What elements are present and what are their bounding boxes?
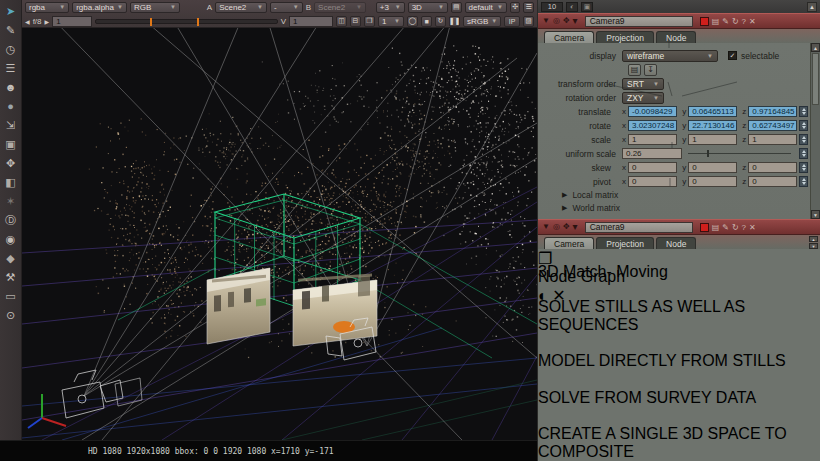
chevron-down-icon: ▼ — [293, 4, 299, 10]
frame-prev-icon[interactable]: ◀ — [25, 18, 30, 25]
proxy-dropdown[interactable]: 1▼ — [378, 16, 404, 27]
stereo-view-dropdown[interactable]: +3▼ — [376, 2, 405, 13]
node-label: SOLVE FROM SURVEY DATA — [538, 389, 820, 407]
folder-icon[interactable]: ▭ — [2, 287, 20, 306]
graph-node[interactable] — [538, 334, 565, 352]
tab-camera[interactable]: Camera — [544, 237, 594, 249]
float-panel-icon[interactable]: ✥ — [563, 223, 570, 231]
panel2-scroll-arrows[interactable]: ▲▼ — [809, 236, 818, 249]
chevron-down-icon: ▼ — [491, 18, 497, 24]
graph-node[interactable] — [538, 407, 566, 425]
minimize-panel-icon[interactable]: ▼ — [542, 223, 550, 231]
float-window-icon[interactable]: ❐ — [364, 16, 375, 27]
transform-icon[interactable]: ⇲ — [2, 116, 20, 135]
paint-icon[interactable]: ◆ — [2, 249, 20, 268]
triangle-right-icon: ▶ — [562, 204, 567, 212]
chevron-down-icon: ▼ — [438, 4, 444, 10]
chevron-down-icon: ▼ — [394, 18, 400, 24]
graph-node[interactable] — [538, 370, 565, 389]
sphere-icon[interactable]: ● — [2, 97, 20, 116]
input-a-label: A — [207, 3, 212, 12]
revert-icon[interactable]: ↻ — [732, 223, 739, 232]
axis-gizmo — [28, 394, 66, 428]
chevron-down-icon: ▼ — [356, 4, 362, 10]
node-name-input[interactable]: Camera9 — [585, 222, 693, 233]
move-icon[interactable]: ✥ — [2, 154, 20, 173]
time-icon[interactable]: ◷ — [2, 40, 20, 59]
chevron-down-icon: ▼ — [117, 4, 123, 10]
input-b-dropdown[interactable]: Scene2▼ — [314, 2, 366, 13]
tab-node[interactable]: Node — [656, 237, 696, 249]
blend-dropdown[interactable]: -▼ — [270, 2, 303, 13]
status-bar: HD 1080 1920x1080 bbox: 0 0 1920 1080 x=… — [0, 440, 537, 461]
alpha-layer-dropdown[interactable]: rgba.alpha▼ — [72, 2, 127, 13]
curve-editor-icon[interactable]: ▤ — [712, 223, 720, 232]
frame-input[interactable]: 1 — [52, 16, 92, 27]
camera-wireframe-left[interactable] — [62, 370, 142, 418]
node-graph-canvas[interactable]: 3D Match- MovingSOLVE STILLS AS WELL AS … — [538, 263, 820, 461]
version-label: V — [281, 17, 286, 26]
pause-icon[interactable]: ❚❚ — [449, 16, 460, 27]
deep-icon[interactable]: Ⓓ — [2, 211, 20, 230]
3d-viewport[interactable] — [22, 28, 537, 440]
cube-icon[interactable]: ◧ — [2, 173, 20, 192]
colorspace-dropdown[interactable]: sRGB▼ — [463, 16, 501, 27]
node-connectors — [538, 0, 820, 205]
user-icon[interactable]: ☻ — [2, 78, 20, 97]
timeline-marker — [150, 18, 152, 26]
viewer-toolbar-row1: rgba▼ rgba.alpha▼ RGB▼ A Scene2▼ -▼ B Sc… — [22, 0, 537, 14]
node-color-swatch[interactable] — [700, 223, 709, 232]
chevron-down-icon: ▼ — [170, 4, 176, 10]
input-a-dropdown[interactable]: Scene2▼ — [215, 2, 267, 13]
viewer-toolbar: rgba▼ rgba.alpha▼ RGB▼ A Scene2▼ -▼ B Sc… — [22, 0, 537, 28]
power-icon[interactable]: ⊙ — [2, 306, 20, 325]
list-icon[interactable]: ☰ — [523, 2, 534, 13]
select-icon[interactable]: ➤ — [2, 2, 20, 21]
geometry-icon[interactable]: ▣ — [2, 135, 20, 154]
center-node-icon[interactable]: ◎ — [553, 223, 560, 231]
gamepad-icon[interactable]: ✣ — [510, 2, 521, 13]
eye-icon[interactable]: ◉ — [2, 230, 20, 249]
split-vertical-icon[interactable]: ⊟ — [350, 16, 361, 27]
view-mode-dropdown[interactable]: 3D▼ — [408, 2, 448, 13]
camera-panel2-tabs: Camera Projection Node ▲▼ — [538, 235, 820, 249]
channels-dropdown[interactable]: RGB▼ — [130, 2, 180, 13]
version-input[interactable]: 1 — [289, 16, 333, 27]
timeline-slider[interactable] — [95, 19, 278, 24]
application-window: ➤✎◷☰☻●⇲▣✥◧✶Ⓓ◉◆⚒▭⊙ rgba▼ rgba.alpha▼ RGB▼… — [0, 0, 820, 461]
frame-next-icon[interactable]: ▶ — [45, 18, 50, 25]
stripes-icon[interactable]: ▨ — [523, 16, 534, 27]
input-process-button[interactable]: IP — [504, 16, 520, 27]
viewer-toolbar-row2: ◀ f/8 ▶ 1 V 1 ◫ ⊟ ❐ 1▼ ◯ ■ ↻ ❚❚ sRGB▼ IP… — [22, 14, 537, 28]
lut-book-icon[interactable]: ▤ — [451, 2, 462, 13]
help-icon[interactable]: ? — [742, 223, 746, 232]
layer-dropdown[interactable]: rgba▼ — [25, 2, 69, 13]
viewport-canvas — [22, 28, 537, 440]
camera-panel2-header: ▼ ◎ ✥ ▾ Camera9 ▤ ✎ ↻ ? ✕ — [538, 219, 820, 235]
refresh-icon[interactable]: ↻ — [435, 16, 446, 27]
close-panel-icon[interactable]: ✕ — [749, 223, 756, 232]
roi-icon[interactable]: ◯ — [407, 16, 418, 27]
chevron-down-icon: ▼ — [497, 4, 503, 10]
node-label: SOLVE STILLS AS WELL AS SEQUENCES — [538, 298, 820, 334]
fullframe-icon[interactable]: ■ — [421, 16, 432, 27]
split-horizontal-icon[interactable]: ◫ — [336, 16, 347, 27]
chevron-down-icon: ▼ — [59, 4, 65, 10]
node-label: CREATE A SINGLE 3D SPACE TO COMPOSITE — [538, 425, 820, 461]
tab-projection[interactable]: Projection — [596, 237, 654, 249]
wrench-icon[interactable]: ⚒ — [2, 268, 20, 287]
timeline-marker — [197, 18, 199, 26]
brush-icon[interactable]: ✎ — [2, 21, 20, 40]
node-arrow-icon[interactable]: ▾ — [573, 222, 578, 232]
edit-icon[interactable]: ✎ — [722, 223, 729, 232]
node-label: MODEL DIRECTLY FROM STILLS — [538, 352, 820, 370]
layers-icon[interactable]: ☰ — [2, 59, 20, 78]
input-b-label: B — [306, 3, 311, 12]
star-icon[interactable]: ✶ — [2, 192, 20, 211]
scrollbar-down-icon[interactable]: ▼ — [811, 210, 820, 219]
image-plane-left[interactable] — [207, 268, 270, 344]
node-graph-header: ❐ Node Graph ◐ ✕ — [538, 249, 820, 263]
lut-dropdown[interactable]: default▼ — [465, 2, 507, 13]
status-text: HD 1080 1920x1080 bbox: 0 0 1920 1080 x=… — [88, 447, 334, 456]
image-plane-right[interactable] — [293, 274, 377, 346]
